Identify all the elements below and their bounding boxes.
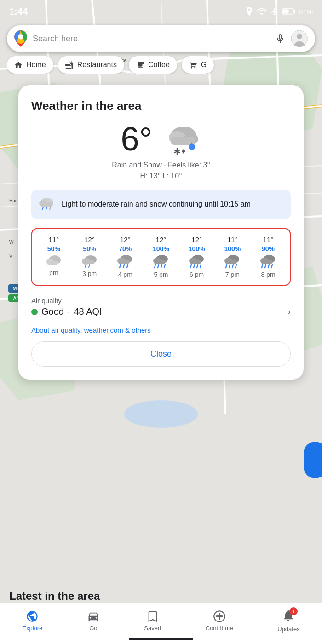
air-quality-value: Good · 48 AQI (31, 306, 102, 317)
hourly-item-2: 12° 50% 3 pm (77, 236, 103, 278)
hourly-item-4: 12° 100% 5 pm (148, 236, 174, 278)
air-quality-arrow[interactable]: › (288, 306, 291, 317)
nav-contribute-label: Contribute (206, 625, 233, 632)
go-icon (87, 610, 100, 623)
filter-restaurants[interactable]: Restaurants (58, 56, 124, 74)
hourly-item-5: 12° 100% 6 pm (184, 236, 210, 278)
air-quality-section: Air quality Good · 48 AQI › (31, 297, 291, 317)
svg-line-72 (190, 264, 191, 268)
home-indicator (129, 638, 193, 640)
rain-alert-text: Light to moderate rain and snow continui… (62, 199, 251, 209)
svg-line-86 (262, 264, 263, 268)
updates-badge-container: 1 (282, 609, 295, 624)
air-quality-label: Air quality (31, 297, 291, 305)
google-maps-logo (14, 30, 27, 47)
contribute-icon (213, 610, 226, 623)
coffee-icon (136, 61, 144, 69)
restaurant-icon (65, 61, 74, 69)
weather-condition-text: Rain and Snow · Feels like: 3° (31, 161, 291, 169)
home-icon (14, 61, 23, 69)
search-bar[interactable]: Search here (7, 25, 315, 52)
battery-icon (282, 8, 295, 15)
location-icon (246, 7, 253, 16)
hourly-item-1: 11° 50% pm (41, 236, 67, 278)
svg-line-55 (89, 264, 90, 267)
updates-badge: 1 (289, 607, 298, 615)
svg-point-5 (124, 400, 198, 428)
air-quality-link[interactable]: About air quality, weather.com & others (31, 326, 291, 334)
weather-title: Weather in the area (31, 99, 291, 113)
weather-main: 6° (31, 122, 291, 155)
svg-line-81 (232, 264, 233, 268)
svg-line-80 (229, 264, 230, 268)
svg-rect-24 (304, 442, 322, 478)
rain-alert-banner: Light to moderate rain and snow continui… (31, 190, 291, 219)
saved-icon (146, 610, 159, 623)
svg-rect-64 (154, 260, 166, 264)
svg-rect-44 (40, 202, 53, 207)
hourly-item-3: 12° 70% 4 pm (112, 236, 138, 278)
svg-point-30 (297, 34, 302, 39)
quick-filters: Home Restaurants Coffee G (7, 56, 315, 74)
nav-updates[interactable]: 1 Updates (270, 605, 307, 636)
svg-rect-53 (82, 260, 94, 264)
svg-rect-27 (283, 10, 288, 14)
nav-explore-label: Explore (22, 625, 42, 632)
svg-line-45 (42, 207, 43, 210)
nav-updates-label: Updates (277, 626, 299, 632)
latest-title: Latest in the area (9, 590, 100, 602)
svg-marker-41 (182, 149, 185, 154)
hourly-item-6: 11° 100% 7 pm (219, 236, 245, 278)
svg-text:V: V (9, 253, 12, 259)
filter-grocery[interactable]: G (182, 56, 214, 74)
svg-line-82 (236, 264, 236, 268)
microphone-icon[interactable] (275, 33, 286, 44)
svg-line-79 (226, 264, 227, 268)
svg-line-47 (50, 207, 51, 210)
rain-snow-alert-icon (39, 196, 55, 213)
svg-line-89 (271, 264, 272, 268)
battery-percent: 51% (299, 8, 313, 16)
status-icons: 51% (246, 7, 313, 16)
svg-line-46 (46, 207, 47, 210)
cart-icon (189, 61, 197, 69)
hour-icon-4 (153, 254, 169, 269)
nav-saved[interactable]: Saved (137, 606, 168, 635)
filter-home[interactable]: Home (7, 56, 53, 74)
nav-saved-label: Saved (144, 625, 161, 632)
temperature-display: 6° (121, 122, 153, 155)
status-time: 1:44 (9, 6, 28, 17)
hour-icon-2 (81, 254, 98, 268)
close-button[interactable]: Close (31, 341, 291, 367)
svg-line-87 (265, 264, 266, 268)
nav-go[interactable]: Go (80, 606, 107, 635)
svg-rect-85 (261, 260, 273, 264)
nav-explore[interactable]: Explore (15, 606, 50, 635)
svg-line-61 (127, 264, 128, 268)
svg-line-75 (200, 264, 201, 268)
svg-line-65 (155, 264, 155, 268)
status-bar: 1:44 51% (0, 0, 322, 23)
air-quality-dot (31, 309, 38, 315)
nav-contribute[interactable]: Contribute (198, 606, 241, 635)
hour-icon-6 (224, 254, 241, 269)
svg-line-88 (268, 264, 269, 268)
air-quality-row[interactable]: Good · 48 AQI › (31, 306, 291, 317)
svg-line-68 (164, 264, 165, 268)
hourly-item-7: 11° 90% 8 pm (255, 236, 281, 278)
svg-line-67 (161, 264, 162, 268)
user-avatar[interactable] (291, 30, 308, 47)
filter-coffee[interactable]: Coffee (129, 56, 177, 74)
svg-line-60 (123, 264, 124, 268)
hour-icon-1 (46, 254, 62, 267)
svg-text:W: W (9, 240, 14, 245)
svg-line-73 (194, 264, 195, 268)
svg-text:Harr: Harr (9, 198, 18, 203)
explore-icon (26, 610, 39, 623)
svg-point-28 (18, 34, 23, 39)
hour-icon-3 (117, 254, 133, 269)
hourly-forecast[interactable]: 11° 50% pm 12° 50% 3 pm 12° (31, 228, 291, 286)
svg-line-54 (85, 264, 86, 267)
svg-rect-26 (293, 10, 295, 13)
nav-go-label: Go (89, 625, 97, 632)
